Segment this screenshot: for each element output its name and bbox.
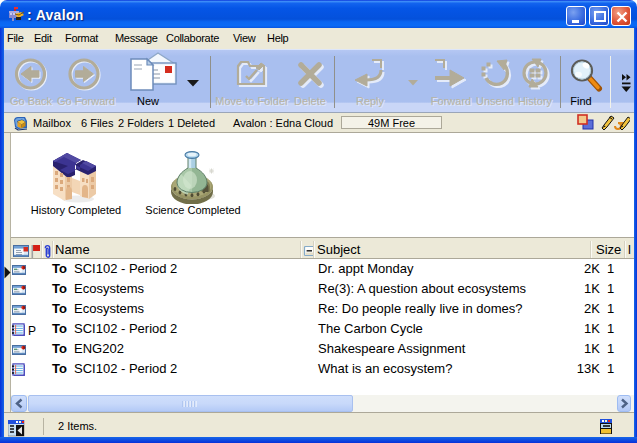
svg-text:P: P (28, 324, 36, 338)
